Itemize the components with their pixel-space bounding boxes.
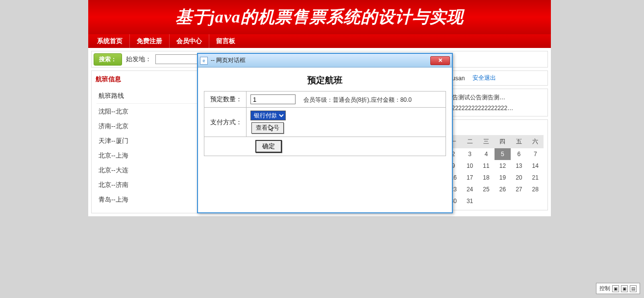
dialog-title: -- 网页对话框	[211, 56, 430, 65]
calendar-day[interactable]: 10	[462, 160, 478, 172]
booking-dialog: e -- 网页对话框 ✕ 预定航班 预定数量： 会员等级：普通会员(8折),应付…	[197, 53, 453, 213]
calendar-day[interactable]: 19	[495, 172, 511, 183]
control-label: 控制	[599, 285, 610, 292]
tool-icon[interactable]: ▤	[630, 285, 637, 292]
calendar-day	[511, 195, 527, 207]
calendar-day[interactable]: 13	[511, 160, 527, 172]
calendar-day[interactable]: 5	[495, 148, 511, 160]
calendar-day[interactable]: 24	[462, 183, 478, 195]
dialog-titlebar[interactable]: e -- 网页对话框 ✕	[198, 54, 452, 68]
calendar-day[interactable]: 21	[527, 172, 544, 183]
calendar-day	[495, 195, 511, 207]
pay-select[interactable]: 银行付款	[250, 111, 286, 120]
calendar-day[interactable]: 20	[511, 172, 527, 183]
calendar-day[interactable]: 7	[527, 148, 544, 160]
calendar-day[interactable]: 18	[478, 172, 494, 183]
logout-link[interactable]: 安全退出	[472, 74, 496, 82]
nav-bar: 系统首页 免费注册 会员中心 留言板	[88, 34, 551, 48]
ie-icon: e	[200, 57, 208, 65]
nav-register[interactable]: 免费注册	[130, 34, 170, 48]
pay-label: 支付方式：	[204, 108, 247, 137]
calendar-day[interactable]: 27	[511, 183, 527, 195]
member-info: 会员等级：普通会员(8折),应付金额：80.0	[303, 96, 412, 103]
banner: 基于java的机票售票系统的设计与实现	[88, 0, 551, 34]
control-panel: 控制 ▣ ▣ ▤	[596, 283, 640, 294]
nav-home[interactable]: 系统首页	[90, 34, 130, 48]
calendar-day	[527, 195, 544, 207]
calendar-day[interactable]: 6	[511, 148, 527, 160]
calendar-day[interactable]: 11	[478, 160, 494, 172]
tool-icon[interactable]: ▣	[621, 285, 628, 292]
calendar-day[interactable]: 28	[527, 183, 544, 195]
confirm-button[interactable]: 确定	[255, 140, 282, 153]
close-icon[interactable]: ✕	[430, 56, 450, 65]
calendar-day[interactable]: 31	[462, 195, 478, 207]
nav-guestbook[interactable]: 留言板	[209, 34, 242, 48]
search-button[interactable]: 搜索：	[94, 53, 122, 66]
calendar-day[interactable]: 25	[478, 183, 494, 195]
calendar-day[interactable]: 4	[478, 148, 494, 160]
from-input[interactable]	[155, 54, 199, 64]
calendar-day[interactable]: 3	[462, 148, 478, 160]
check-card-button[interactable]: 查看卡号	[251, 122, 284, 134]
calendar-day[interactable]: 17	[462, 172, 478, 183]
tool-icon[interactable]: ▣	[612, 285, 619, 292]
qty-label: 预定数量：	[204, 92, 247, 108]
nav-member[interactable]: 会员中心	[170, 34, 209, 48]
booking-form: 预定数量： 会员等级：普通会员(8折),应付金额：80.0 支付方式： 银行付款…	[204, 91, 446, 156]
qty-input[interactable]	[250, 94, 296, 104]
from-label: 始发地：	[126, 55, 151, 64]
calendar-day[interactable]: 14	[527, 160, 544, 172]
calendar-day	[478, 195, 494, 207]
calendar-day[interactable]: 26	[495, 183, 511, 195]
banner-title: 基于java的机票售票系统的设计与实现	[175, 6, 464, 28]
dialog-heading: 预定航班	[204, 74, 446, 86]
calendar-day[interactable]: 12	[495, 160, 511, 172]
